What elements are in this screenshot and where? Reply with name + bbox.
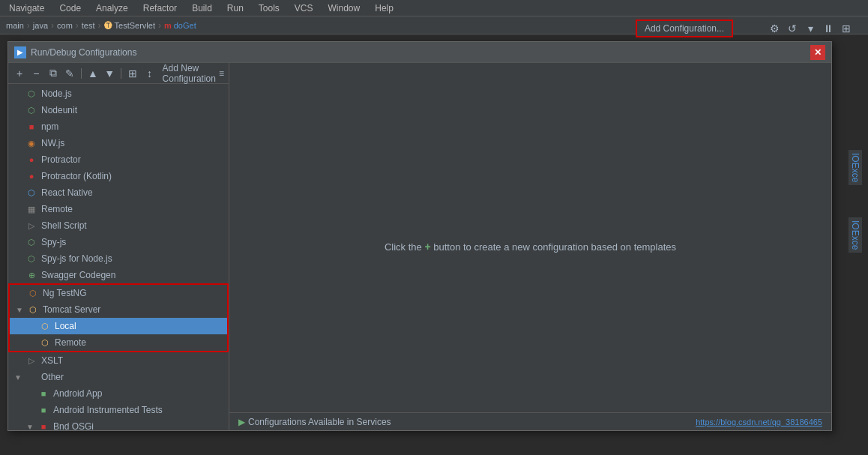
breadcrumb-servlet: TestServlet [115, 21, 155, 30]
hint-plus-icon: + [424, 241, 430, 253]
left-toolbar: + − ⧉ ✎ ▲ ▼ ⊞ ↕ Add New Configuration ≡ [8, 63, 229, 84]
list-item-bnd-osgi[interactable]: ▼ ■ Bnd OSGi [8, 418, 229, 430]
menu-tools[interactable]: Tools [256, 1, 283, 15]
tomcat-remote-icon: ⬡ [39, 337, 51, 349]
right-panel: Click the + button to create a new confi… [229, 63, 831, 430]
testng-icon: ⬡ [27, 287, 39, 299]
io-exception-label-2: IOExce [849, 217, 862, 253]
list-item-spy-js-nodejs[interactable]: ⬡ Spy-js for Node.js [8, 250, 229, 267]
add-configuration-button[interactable]: Add Configuration... [636, 19, 733, 37]
add-new-label: Add New Configuration [160, 63, 216, 84]
dropdown-icon[interactable]: ▾ [804, 22, 817, 34]
tomcat-server-icon: ⬡ [27, 304, 39, 316]
list-item-shell-script[interactable]: ▷ Shell Script [8, 217, 229, 234]
group-btn[interactable]: ⊞ [126, 66, 139, 81]
list-item-nodeunit[interactable]: ⬡ Nodeunit [8, 102, 229, 118]
left-panel: + − ⧉ ✎ ▲ ▼ ⊞ ↕ Add New Configuration ≡ … [8, 63, 229, 430]
sort-icon[interactable]: ≡ [219, 68, 224, 79]
dialog-titlebar: ▶ Run/Debug Configurations ✕ [8, 42, 831, 63]
dialog-body: + − ⧉ ✎ ▲ ▼ ⊞ ↕ Add New Configuration ≡ … [8, 63, 831, 430]
add-btn[interactable]: + [13, 66, 26, 81]
breadcrumb-doget[interactable]: doGet [174, 21, 196, 30]
menu-window[interactable]: Window [325, 1, 364, 15]
bottom-right-link[interactable]: https://blog.csdn.net/qq_38186465 [696, 418, 822, 427]
breadcrumb-sep4: › [98, 20, 101, 31]
nwjs-icon: ◉ [25, 137, 37, 149]
method-icon: m [164, 21, 172, 30]
protractor-kotlin-icon: ● [25, 170, 37, 182]
android-app-icon: ■ [37, 388, 49, 400]
list-item-tomcat-local[interactable]: ⬡ Local [10, 318, 227, 334]
menu-code[interactable]: Code [56, 1, 84, 15]
breadcrumb-test: test [82, 21, 95, 30]
list-item-protractor-kotlin[interactable]: ● Protractor (Kotlin) [8, 168, 229, 184]
bottom-bar: ▶ Configurations Available in Services h… [229, 412, 831, 430]
list-item-nwjs[interactable]: ◉ NW.js [8, 135, 229, 151]
bottom-arrow-icon: ▶ [238, 417, 245, 427]
list-item-remote[interactable]: ▦ Remote [8, 201, 229, 217]
hint-text: Click the + button to create a new confi… [385, 241, 676, 253]
bottom-left-label: Configurations Available in Services [248, 417, 391, 427]
refresh-icon[interactable]: ↺ [786, 22, 799, 34]
menu-bar: Navigate Code Analyze Refactor Build Run… [0, 0, 868, 16]
dialog-run-icon: ▶ [14, 46, 26, 58]
list-item-react-native[interactable]: ⬡ React Native [8, 184, 229, 201]
bnd-osgi-icon: ■ [37, 421, 49, 430]
breadcrumb-main: main [6, 21, 24, 30]
menu-vcs[interactable]: VCS [292, 1, 316, 15]
pause-icon[interactable]: ⏸ [822, 22, 835, 34]
other-icon [25, 371, 37, 383]
copy-btn[interactable]: ⧉ [46, 66, 59, 81]
list-item-protractor[interactable]: ● Protractor [8, 151, 229, 168]
menu-build[interactable]: Build [189, 1, 215, 15]
breadcrumb-java: java [33, 21, 48, 30]
react-native-icon: ⬡ [25, 187, 37, 199]
protractor-icon: ● [25, 154, 37, 166]
list-item-tomcat-remote[interactable]: ⬡ Remote [10, 334, 227, 351]
dialog-close-button[interactable]: ✕ [810, 45, 825, 60]
servlet-icon: 🅣 [104, 21, 112, 30]
list-item-spy-js[interactable]: ⬡ Spy-js [8, 234, 229, 250]
breadcrumb: main › java › com › test › 🅣 TestServlet… [0, 16, 868, 34]
edit-btn[interactable]: ✎ [63, 66, 76, 81]
down-btn[interactable]: ▼ [103, 66, 116, 81]
list-item-npm[interactable]: ■ npm [8, 118, 229, 135]
list-item-android-app[interactable]: ■ Android App [8, 385, 229, 402]
bottom-left: ▶ Configurations Available in Services [238, 417, 391, 427]
red-border-section: ⬡ Ng TestNG ▼ ⬡ Tomcat Server ⬡ Local [8, 283, 229, 352]
run-debug-dialog: ▶ Run/Debug Configurations ✕ + − ⧉ ✎ ▲ ▼… [7, 41, 832, 431]
list-item-xslt[interactable]: ▷ XSLT [8, 352, 229, 369]
toolbar-sep2 [121, 68, 121, 79]
menu-refactor[interactable]: Refactor [140, 1, 180, 15]
spy-js-icon: ⬡ [25, 236, 37, 248]
nodeunit-icon: ⬡ [25, 104, 37, 116]
breadcrumb-sep2: › [51, 20, 54, 31]
remote-icon: ▦ [25, 203, 37, 215]
list-item-tomcat-server[interactable]: ▼ ⬡ Tomcat Server [10, 301, 227, 318]
menu-analyze[interactable]: Analyze [93, 1, 131, 15]
toolbar-icons: ⚙ ↺ ▾ ⏸ ⊞ [768, 19, 853, 37]
up-btn[interactable]: ▲ [86, 66, 100, 81]
breadcrumb-sep1: › [27, 20, 30, 31]
tomcat-local-icon: ⬡ [39, 320, 51, 332]
npm-icon: ■ [25, 121, 37, 133]
menu-navigate[interactable]: Navigate [6, 1, 47, 15]
tree-list[interactable]: ⬡ Node.js ⬡ Nodeunit ■ npm ◉ NW.js [8, 84, 229, 430]
list-item-swagger[interactable]: ⊕ Swagger Codegen [8, 267, 229, 283]
breadcrumb-sep5: › [158, 20, 161, 31]
remove-btn[interactable]: − [29, 66, 43, 81]
xslt-icon: ▷ [25, 355, 37, 367]
swagger-icon: ⊕ [25, 269, 37, 281]
settings-icon[interactable]: ⚙ [768, 22, 781, 34]
list-item-other-header[interactable]: ▼ Other [8, 369, 229, 385]
sort-btn[interactable]: ↕ [142, 66, 156, 81]
toolbar-sep1 [81, 68, 82, 79]
breadcrumb-sep3: › [76, 20, 79, 31]
menu-help[interactable]: Help [372, 1, 397, 15]
list-item-nodejs[interactable]: ⬡ Node.js [8, 85, 229, 102]
android-tests-icon: ■ [37, 404, 49, 416]
list-item-android-tests[interactable]: ■ Android Instrumented Tests [8, 402, 229, 418]
menu-run[interactable]: Run [224, 1, 247, 15]
list-item-testng[interactable]: ⬡ Ng TestNG [10, 285, 227, 301]
columns-icon[interactable]: ⊞ [840, 22, 853, 34]
